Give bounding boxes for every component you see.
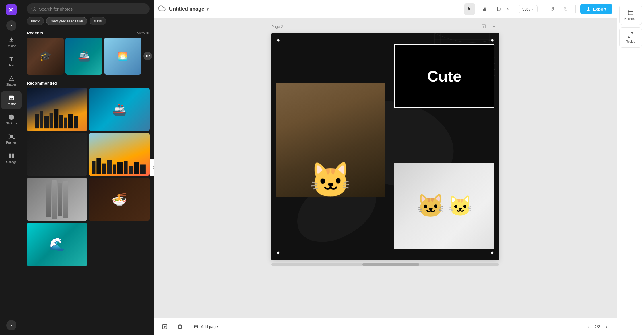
- page-next-btn[interactable]: ›: [602, 322, 611, 331]
- bottom-bar: Add page ‹ 2/2 ›: [154, 318, 617, 335]
- cat-two-placeholder: 🐱 🐱: [394, 163, 494, 249]
- view-all-btn[interactable]: View all: [137, 31, 150, 35]
- rec-photo-3[interactable]: [27, 133, 87, 176]
- background-btn[interactable]: Backgr...: [619, 5, 642, 25]
- cat-main-placeholder: 🐱: [276, 83, 385, 197]
- star-corner-tr: ✦: [489, 37, 495, 44]
- tag-black[interactable]: black: [27, 17, 44, 25]
- zoom-value: 39%: [522, 7, 530, 11]
- svg-rect-17: [124, 161, 127, 174]
- toolbar-divider-1: [514, 5, 514, 13]
- doc-title-chevron: ▾: [207, 7, 209, 11]
- search-bar[interactable]: [27, 3, 150, 14]
- rec-photo-6[interactable]: 🍜: [89, 178, 150, 221]
- sidebar-label-shapes: Shapes: [6, 83, 16, 86]
- export-icon: [586, 7, 591, 11]
- rec-photo-4[interactable]: [89, 133, 150, 176]
- cute-text-box[interactable]: Cute: [394, 44, 494, 108]
- hand-tool-btn[interactable]: [479, 3, 490, 15]
- frame-tool-chevron[interactable]: [507, 7, 509, 11]
- recommended-section-header: Recommended: [23, 78, 154, 88]
- sidebar-item-photos[interactable]: Photos: [1, 91, 22, 109]
- page-label-row: Page 2 ···: [271, 18, 499, 33]
- page-actions: ···: [480, 22, 499, 31]
- add-page-label: Add page: [201, 324, 218, 329]
- svg-rect-6: [54, 109, 58, 128]
- zoom-control[interactable]: 39%: [519, 5, 538, 13]
- svg-rect-20: [140, 164, 145, 174]
- frame-tool-btn[interactable]: [494, 3, 505, 15]
- sidebar-label-frames: Frames: [6, 141, 16, 144]
- star-corner-br: ✦: [489, 250, 495, 257]
- svg-rect-13: [102, 163, 106, 174]
- sidebar-label-collage: Collage: [6, 160, 16, 164]
- search-input[interactable]: [39, 7, 145, 11]
- background-icon: [628, 9, 634, 15]
- sidebar-item-shapes[interactable]: Shapes: [1, 72, 22, 90]
- export-label: Export: [593, 7, 606, 11]
- sidebar-item-upload[interactable]: Upload: [1, 33, 22, 51]
- tag-row: black New year resolution subs: [23, 17, 154, 28]
- sidebar-collapse-down[interactable]: [6, 320, 16, 330]
- editor-area: Untitled image ▾ 39%: [154, 0, 617, 335]
- canvas-area: Page 2 ···: [154, 18, 617, 318]
- recommended-section: 🚢: [23, 88, 154, 335]
- svg-rect-14: [107, 160, 112, 174]
- svg-rect-12: [96, 158, 101, 174]
- sidebar-collapse-up[interactable]: [6, 20, 16, 31]
- recent-photo-2[interactable]: 🚢: [65, 38, 102, 75]
- search-icon: [31, 6, 36, 11]
- add-page-icon: [193, 324, 199, 329]
- tag-subs[interactable]: subs: [90, 17, 106, 25]
- recent-photo-1[interactable]: 🎓: [27, 38, 64, 75]
- sidebar-label-photos: Photos: [7, 102, 16, 106]
- page-more-btn[interactable]: ···: [490, 22, 499, 31]
- doc-title[interactable]: Untitled image ▾: [169, 6, 209, 12]
- rec-photo-7[interactable]: 🌊: [27, 223, 87, 266]
- cloud-save-icon[interactable]: [158, 5, 166, 13]
- svg-rect-23: [482, 25, 486, 28]
- svg-text:✕: ✕: [8, 7, 13, 13]
- toolbar-divider-2: [542, 5, 542, 13]
- canvas-frame: ✦ ✦ ✦ ✦ 🐱 Cute: [271, 33, 499, 260]
- svg-rect-15: [113, 164, 116, 174]
- redo-btn[interactable]: ↻: [561, 4, 571, 14]
- recommended-grid: 🚢: [27, 88, 150, 270]
- rec-photo-1[interactable]: [27, 88, 87, 131]
- svg-rect-8: [64, 118, 67, 128]
- recents-next-arrow[interactable]: ›: [143, 52, 152, 60]
- resize-btn[interactable]: Resize: [619, 27, 642, 48]
- sidebar-label-upload: Upload: [7, 44, 16, 47]
- sidebar-item-stickers[interactable]: Stickers: [1, 110, 22, 129]
- delete-page-btn[interactable]: [175, 321, 185, 332]
- sidebar-label-text: Text: [9, 63, 14, 67]
- add-to-page-btn[interactable]: [159, 321, 170, 332]
- rec-photo-2[interactable]: 🚢: [89, 88, 150, 131]
- page-label: Page 2: [271, 24, 283, 29]
- sidebar-item-frames[interactable]: Frames: [1, 130, 22, 148]
- page-image-btn[interactable]: [480, 22, 488, 31]
- svg-rect-21: [498, 7, 501, 11]
- undo-btn[interactable]: ↺: [547, 4, 557, 14]
- export-btn[interactable]: Export: [580, 4, 612, 14]
- sidebar-item-text[interactable]: Text: [1, 52, 22, 71]
- page-nav: ‹ 2/2 ›: [584, 322, 611, 331]
- rec-photo-5[interactable]: [27, 178, 87, 221]
- svg-rect-9: [68, 114, 73, 128]
- sidebar-item-collage[interactable]: Collage: [1, 149, 22, 167]
- cat-two-image[interactable]: 🐱 🐱: [394, 163, 494, 249]
- svg-rect-4: [44, 116, 49, 129]
- app-logo[interactable]: ✕: [5, 3, 18, 16]
- canvas-scrollbar[interactable]: [271, 263, 499, 266]
- svg-rect-11: [92, 161, 96, 174]
- tag-new-year[interactable]: New year resolution: [46, 17, 87, 25]
- cursor-tool-btn[interactable]: [464, 3, 475, 15]
- add-page-btn[interactable]: Add page: [190, 322, 221, 332]
- panel-collapse-handle[interactable]: [150, 159, 154, 176]
- page-prev-btn[interactable]: ‹: [584, 322, 593, 331]
- svg-rect-3: [40, 111, 43, 129]
- svg-rect-27: [628, 10, 633, 15]
- cat-main-image[interactable]: 🐱: [276, 83, 385, 197]
- svg-rect-5: [50, 113, 53, 129]
- recent-photo-3[interactable]: 🌅: [104, 38, 141, 75]
